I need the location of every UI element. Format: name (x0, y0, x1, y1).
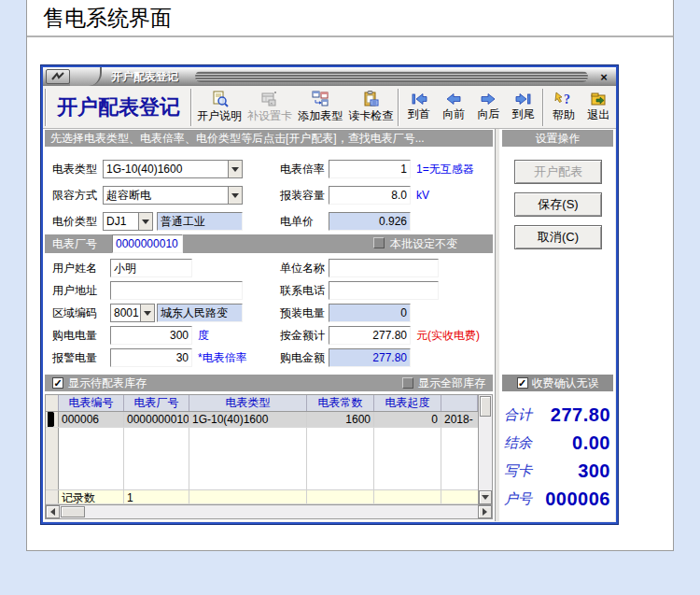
hscroll-track[interactable] (86, 505, 478, 518)
vscroll-track[interactable] (479, 418, 492, 490)
alarm-qty-input[interactable] (110, 348, 192, 367)
price-type-select[interactable]: DJ1 (103, 212, 153, 231)
area-code-select[interactable]: 8001 (110, 304, 155, 322)
balance-value: 0.00 (572, 432, 610, 454)
balance-label: 结余 (504, 434, 532, 452)
unit-name-label: 单位名称 (280, 259, 325, 277)
toolbar-button-label: 补设置卡 (247, 108, 292, 124)
ratio-note: 1=无互感器 (416, 160, 474, 178)
page-title: 售电系统界面 (27, 0, 673, 37)
limit-mode-select[interactable]: 超容断电 (103, 186, 243, 205)
factory-number-bar: 电表厂号 本批设定不变 (45, 234, 493, 253)
table-vertical-scrollbar[interactable] (478, 395, 492, 504)
save-button[interactable]: 保存(S) (514, 192, 602, 217)
factory-number-label: 电表厂号 (52, 236, 97, 252)
show-all-label: 显示全部库存 (418, 375, 485, 391)
toolbar-separator (398, 89, 399, 126)
setup-card-button: 补设置卡 (245, 88, 295, 127)
meter-type-row: 电表类型 1G-10(40)1600 电表倍率 1=无互感器 (43, 160, 495, 178)
address-label: 用户地址 (52, 281, 97, 300)
capacity-input[interactable] (329, 186, 411, 205)
record-count-label: 记录数 (59, 490, 124, 503)
col-header-factory-no: 电表厂号 (124, 395, 189, 411)
cell-meter-no: 000006 (59, 412, 124, 427)
titlebar-curve-decoration (70, 67, 102, 86)
chevron-down-icon[interactable] (138, 212, 153, 231)
chevron-down-icon[interactable] (228, 160, 243, 178)
address-input[interactable] (110, 281, 243, 300)
price-type-row: 电价类型 DJ1 普通工业 电单价 0.926 (43, 212, 495, 231)
summary-writecard-row: 写卡 300 (504, 458, 610, 484)
help-button[interactable]: ? 帮助 (546, 88, 581, 127)
help-icon: ? (554, 91, 573, 107)
go-last-button[interactable]: 到尾 (506, 88, 540, 127)
table-row[interactable]: 000006 0000000010 1G-10(40)1600 1600 0 2… (46, 412, 478, 428)
user-name-input[interactable] (110, 259, 192, 277)
summary-account-row: 户号 000006 (504, 486, 610, 512)
by-amount-input[interactable] (329, 326, 411, 345)
assign-meter-button: 开户配表 (514, 160, 602, 184)
preload-label: 预装电量 (280, 304, 325, 322)
vscroll-thumb[interactable] (480, 396, 491, 417)
chevron-down-icon[interactable] (228, 186, 243, 205)
exit-button[interactable]: 退出 (581, 88, 616, 127)
batch-fixed-checkbox[interactable] (373, 237, 385, 248)
action-panel: 设置操作 开户配表 保存(S) 取消(C) 收费确认无误 合计 277.80 结… (500, 129, 615, 521)
scroll-down-icon[interactable] (479, 490, 492, 504)
preload-value: 0 (329, 304, 411, 322)
col-header-meter-no: 电表编号 (59, 395, 124, 411)
table-horizontal-scrollbar[interactable] (46, 504, 492, 518)
factory-number-input[interactable] (112, 234, 183, 253)
show-all-checkbox[interactable] (402, 377, 413, 389)
total-value: 277.80 (551, 404, 610, 426)
first-record-icon (410, 92, 428, 106)
show-pending-checkbox[interactable] (52, 377, 63, 389)
batch-fixed-label: 本批设定不变 (390, 236, 457, 252)
fee-confirm-checkbox[interactable] (517, 377, 528, 389)
phone-input[interactable] (329, 281, 439, 300)
close-icon[interactable]: × (595, 69, 612, 84)
unit-name-input[interactable] (329, 259, 439, 277)
hscroll-thumb[interactable] (61, 506, 85, 517)
read-card-check-button[interactable]: 读卡检查 (345, 88, 396, 127)
add-meter-type-button[interactable]: 添加表型 (295, 88, 345, 127)
meter-type-value: 1G-10(40)1600 (103, 160, 228, 178)
ratio-input[interactable] (329, 160, 411, 178)
chevron-down-icon[interactable] (140, 304, 155, 322)
previous-record-icon (444, 92, 463, 106)
toolbar-button-label: 向前 (442, 106, 465, 122)
purchase-qty-input[interactable] (110, 326, 192, 345)
area-code-label: 区域编码 (52, 304, 97, 322)
col-header-start-reading: 电表起度 (374, 395, 441, 411)
cancel-button[interactable]: 取消(C) (514, 225, 602, 249)
capacity-note: kV (416, 186, 429, 205)
user-name-label: 用户姓名 (52, 259, 97, 277)
cell-constant: 1600 (307, 412, 374, 427)
scroll-left-icon[interactable] (46, 505, 60, 518)
cell-meter-type: 1G-10(40)1600 (189, 412, 307, 427)
write-card-value: 300 (578, 460, 610, 482)
purchase-qty-row: 购电电量 度 按金额计 元(实收电费) (43, 326, 495, 345)
account-no-label: 户号 (504, 490, 532, 508)
unit-price-value: 0.926 (329, 212, 411, 231)
open-account-info-button[interactable]: 开户说明 (194, 88, 245, 127)
action-panel-header: 设置操作 (502, 130, 613, 147)
row-marker-header (46, 395, 59, 411)
dialog-titlebar[interactable]: 开户配表登记 × (43, 67, 616, 86)
meter-type-select[interactable]: 1G-10(40)1600 (103, 160, 243, 178)
toolbar-separator (45, 89, 47, 126)
toolbar-button-label: 退出 (587, 107, 609, 123)
phone-label: 联系电话 (280, 281, 325, 300)
confirm-bar: 收费确认无误 (502, 375, 613, 391)
go-first-button[interactable]: 到首 (401, 88, 436, 127)
last-record-icon (514, 92, 533, 106)
add-form-icon (311, 90, 329, 108)
exit-icon (589, 91, 608, 107)
col-header-meter-type: 电表类型 (189, 395, 307, 411)
capacity-label: 报装容量 (280, 186, 325, 205)
go-previous-button[interactable]: 向前 (437, 88, 471, 127)
go-next-button[interactable]: 向后 (471, 88, 506, 127)
scroll-right-icon[interactable] (478, 505, 492, 518)
price-type-label: 电价类型 (52, 212, 97, 231)
table-header-row: 电表编号 电表厂号 电表类型 电表常数 电表起度 (46, 395, 478, 412)
